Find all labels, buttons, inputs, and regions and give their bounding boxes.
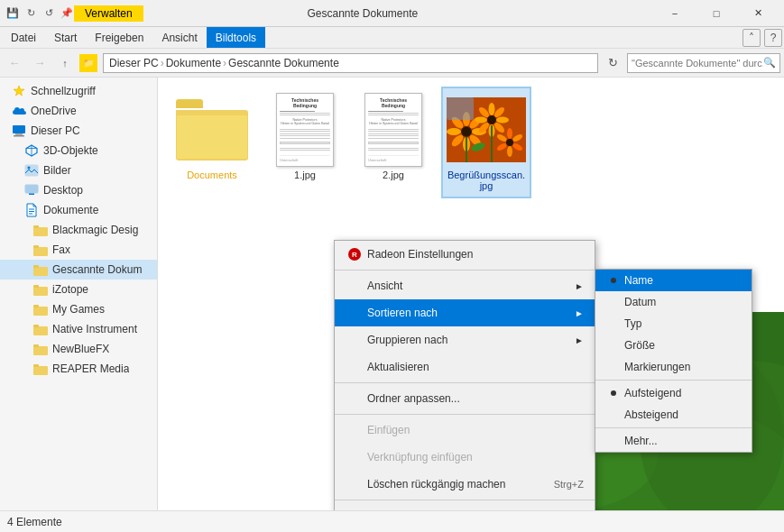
title-bar: 💾 ↻ ↺ 📌 Verwalten Gescannte Dokumente − … [0, 0, 784, 27]
svg-rect-23 [33, 346, 48, 355]
file-item-2jpg[interactable]: Technisches Bedingung Native ProtectorsH… [353, 87, 434, 198]
menu-ansicht[interactable]: Ansicht [152, 27, 206, 48]
minimize-button[interactable]: − [654, 0, 696, 27]
breadcrumb[interactable]: Dieser PC › Dokumente › Gescannte Dokume… [103, 53, 598, 73]
ctx-ordner[interactable]: Ordner anpassen... [335, 385, 595, 412]
svg-rect-13 [33, 247, 48, 256]
sub-markierungen[interactable]: Markierungen [595, 356, 752, 378]
ctx-aktualisieren[interactable]: Aktualisieren [335, 353, 595, 381]
sidebar-item-onedrive[interactable]: OneDrive [0, 101, 157, 121]
sub-datum-label: Datum [624, 296, 656, 308]
close-button[interactable]: ✕ [737, 0, 779, 27]
file-item-begrussungsscan[interactable]: Begrüßungsscan.jpg [441, 87, 531, 198]
breadcrumb-pc[interactable]: Dieser PC [109, 57, 159, 69]
sub-name[interactable]: Name [595, 270, 752, 291]
ctx-gruppieren-label: Gruppieren nach [367, 334, 575, 346]
menu-freigeben[interactable]: Freigeben [86, 27, 152, 48]
ctx-ansicht[interactable]: Ansicht ► [335, 272, 595, 299]
ctx-sep1 [335, 270, 595, 271]
menu-start[interactable]: Start [45, 27, 86, 48]
sub-sep1 [595, 380, 752, 381]
sidebar-label-gescannte: Gescannte Dokum [52, 263, 142, 276]
ctx-loeschen[interactable]: Löschen rückgängig machen Strg+Z [335, 471, 595, 498]
context-menu: R Radeon Einstellungen Ansicht ► Sortier… [334, 240, 595, 510]
ctx-einfuegen[interactable]: Einfügen [335, 417, 595, 444]
svg-rect-11 [33, 227, 48, 236]
file-item-documents[interactable]: Documents [167, 87, 257, 198]
sub-typ[interactable]: Typ [595, 313, 752, 335]
sidebar-item-gescannte[interactable]: Gescannte Dokum [0, 260, 157, 280]
forward-button[interactable]: → [29, 52, 51, 74]
folder-icon-native [32, 321, 49, 337]
folder-icon-izotope [32, 281, 49, 298]
menu-bildtools[interactable]: Bildtools [207, 27, 265, 48]
up-button[interactable]: ↑ [54, 52, 76, 74]
sidebar-item-schnellzugriff[interactable]: Schnellzugriff [0, 81, 157, 101]
sidebar-item-3dobjekte[interactable]: 3D-Objekte [0, 141, 157, 161]
location-icon: 📁 [79, 54, 97, 72]
ctx-gruppieren[interactable]: Gruppieren nach ► [335, 326, 595, 353]
ctx-gruppieren-icon [346, 331, 364, 349]
collapse-ribbon-button[interactable]: ˄ [742, 29, 761, 47]
sub-datum[interactable]: Datum [595, 291, 752, 313]
sidebar-item-dieserpc[interactable]: Dieser PC [0, 121, 157, 141]
ctx-verknuepfung-label: Verknüpfung einfügen [367, 451, 584, 463]
sidebar-item-nativeinstrument[interactable]: Native Instrument [0, 319, 157, 339]
ctx-ansicht-arrow: ► [575, 281, 584, 291]
sidebar-item-reaper[interactable]: REAPER Media [0, 359, 157, 379]
sidebar-item-bilder[interactable]: Bilder [0, 161, 157, 180]
sub-sep2 [595, 427, 752, 428]
sidebar-item-mygames[interactable]: My Games [0, 299, 157, 319]
breadcrumb-dokumente[interactable]: Dokumente [166, 57, 221, 69]
svg-text:R: R [352, 251, 357, 259]
search-icon: 🔍 [763, 57, 776, 69]
maximize-button[interactable]: □ [696, 0, 737, 27]
breadcrumb-sep1: › [161, 57, 164, 69]
sub-mehr[interactable]: Mehr... [595, 430, 752, 452]
ctx-radeon[interactable]: R Radeon Einstellungen [335, 241, 595, 268]
file-item-1jpg[interactable]: Technisches Bedingung Native ProtectorsH… [264, 87, 346, 198]
ctx-sortieren[interactable]: Sortieren nach ► [335, 299, 595, 326]
sidebar-item-dokumente[interactable]: Dokumente [0, 200, 157, 220]
menu-datei[interactable]: Datei [2, 27, 45, 48]
file-name-begrussungsscan: Begrüßungsscan.jpg [447, 170, 526, 191]
search-bar[interactable]: 🔍 [627, 53, 780, 73]
sub-absteigend[interactable]: Absteigend [595, 404, 752, 426]
breadcrumb-gescannte[interactable]: Gescannte Dokumente [228, 57, 339, 69]
ctx-einfuegen-icon [346, 421, 364, 439]
sidebar-item-izotope[interactable]: iZotope [0, 280, 157, 299]
ctx-zugriff[interactable]: Zugriff gewähren auf ► [335, 502, 595, 510]
svg-point-50 [475, 117, 487, 124]
svg-rect-26 [33, 364, 39, 367]
folder-icon-fax [32, 242, 49, 258]
sidebar-label-dieserpc: Dieser PC [31, 124, 80, 137]
sidebar-item-blackmagic[interactable]: Blackmagic Desig [0, 220, 157, 240]
svg-point-53 [507, 128, 512, 139]
svg-rect-2 [15, 133, 23, 135]
sidebar-label-newbluefx: NewBlueFX [52, 343, 109, 355]
svg-point-59 [506, 139, 513, 146]
sub-markierungen-label: Markierungen [624, 361, 690, 373]
help-button[interactable]: ? [764, 29, 782, 47]
ctx-verknuepfung[interactable]: Verknüpfung einfügen [335, 444, 595, 471]
desktop-icon [23, 182, 40, 198]
window-controls: − □ ✕ [654, 0, 779, 27]
svg-rect-6 [25, 185, 38, 193]
sidebar-item-desktop[interactable]: Desktop [0, 180, 157, 200]
redo-icon: ↺ [42, 6, 56, 21]
ctx-sortieren-label: Sortieren nach [367, 307, 575, 319]
svg-rect-1 [13, 125, 25, 133]
sub-groesse[interactable]: Größe [595, 335, 752, 356]
svg-rect-25 [33, 366, 48, 375]
folder-icon-newbluefx [32, 341, 49, 357]
sidebar-item-newbluefx[interactable]: NewBlueFX [0, 339, 157, 359]
refresh-button[interactable]: ↻ [602, 52, 623, 74]
back-button[interactable]: ← [4, 52, 25, 74]
ctx-aktualisieren-label: Aktualisieren [367, 361, 584, 373]
status-bar: 4 Elemente [0, 510, 784, 532]
search-input[interactable] [632, 58, 763, 69]
bullet-aufsteigend [606, 390, 621, 396]
sub-aufsteigend[interactable]: Aufsteigend [595, 382, 752, 404]
svg-point-41 [447, 128, 461, 135]
sidebar-item-fax[interactable]: Fax [0, 240, 157, 260]
